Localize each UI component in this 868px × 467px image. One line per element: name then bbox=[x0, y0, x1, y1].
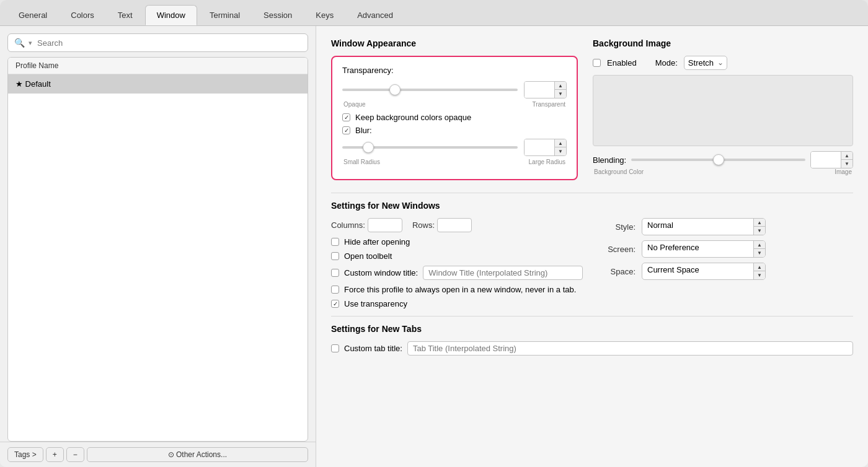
screen-label: Screen: bbox=[601, 245, 636, 254]
open-toolbelt-checkbox[interactable] bbox=[331, 252, 339, 260]
use-transparency-checkbox[interactable]: ✓ bbox=[331, 300, 339, 308]
custom-window-title-input[interactable] bbox=[423, 266, 583, 280]
tab-colors[interactable]: Colors bbox=[60, 6, 105, 25]
transparency-slider-track[interactable] bbox=[342, 89, 518, 91]
appearance-box: Transparency: 30 ▲ ▼ bbox=[331, 56, 578, 180]
custom-window-title-checkbox[interactable] bbox=[331, 269, 339, 277]
settings-new-windows-section: Settings for New Windows Columns: 80 Row… bbox=[331, 201, 853, 313]
use-transparency-row: ✓ Use transparency bbox=[331, 299, 583, 308]
blur-label-row: ✓ Blur: bbox=[342, 126, 567, 135]
open-toolbelt-row: Open toolbelt bbox=[331, 251, 583, 261]
blur-slider-track[interactable] bbox=[342, 146, 518, 149]
blur-label: Blur: bbox=[355, 126, 372, 135]
keep-bg-opaque-label: Keep background colors opaque bbox=[355, 113, 471, 122]
blending-stepper: 50 ▲ ▼ bbox=[810, 151, 853, 168]
bg-image-enabled-checkbox[interactable] bbox=[593, 59, 601, 67]
rows-label: Rows: bbox=[412, 220, 435, 230]
search-input[interactable] bbox=[37, 38, 301, 48]
settings-new-tabs-title: Settings for New Tabs bbox=[331, 324, 853, 334]
large-radius-label: Large Radius bbox=[529, 159, 565, 165]
keep-bg-opaque-checkbox[interactable]: ✓ bbox=[342, 113, 350, 121]
screen-down-button[interactable]: ▼ bbox=[754, 249, 765, 257]
blending-image-label: Image bbox=[835, 168, 852, 175]
space-down-button[interactable]: ▼ bbox=[754, 271, 765, 279]
style-label: Style: bbox=[601, 222, 636, 232]
profile-name: ★ Default bbox=[16, 79, 51, 89]
bg-image-preview bbox=[593, 75, 853, 146]
blending-value-input[interactable]: 50 bbox=[811, 152, 841, 168]
blur-value-input[interactable]: 10 bbox=[525, 139, 554, 155]
transparency-slider-row: 30 ▲ ▼ bbox=[342, 81, 567, 98]
force-new-window-checkbox[interactable] bbox=[331, 286, 339, 294]
screen-up-button[interactable]: ▲ bbox=[754, 241, 765, 249]
hide-after-opening-checkbox[interactable] bbox=[331, 238, 339, 246]
opaque-label: Opaque bbox=[343, 101, 366, 108]
tab-terminal[interactable]: Terminal bbox=[198, 6, 251, 25]
blending-increment-button[interactable]: ▲ bbox=[841, 152, 852, 160]
blur-increment-button[interactable]: ▲ bbox=[555, 139, 566, 147]
sidebar-toolbar: Tags > + − ⊙ Other Actions... bbox=[0, 442, 316, 467]
background-image-section: Background Image Enabled Mode: Stretch F… bbox=[593, 38, 853, 190]
rows-input[interactable]: 25 bbox=[437, 218, 472, 232]
custom-tab-title-checkbox[interactable] bbox=[331, 344, 339, 352]
space-stepper-btns: ▲ ▼ bbox=[753, 263, 765, 279]
tab-keys[interactable]: Keys bbox=[304, 6, 345, 25]
open-toolbelt-label: Open toolbelt bbox=[344, 251, 392, 261]
style-down-button[interactable]: ▼ bbox=[754, 227, 765, 235]
space-select: Current Space ▲ ▼ bbox=[642, 263, 766, 280]
search-chevron-icon: ▾ bbox=[29, 39, 32, 47]
transparency-slider-thumb[interactable] bbox=[389, 84, 401, 95]
search-bar-container: 🔍 ▾ bbox=[7, 33, 308, 52]
columns-rows-row: Columns: 80 Rows: 25 bbox=[331, 218, 583, 232]
style-up-button[interactable]: ▲ bbox=[754, 219, 765, 227]
tab-session[interactable]: Session bbox=[252, 6, 303, 25]
custom-tab-title-label: Custom tab title: bbox=[344, 344, 402, 353]
space-label: Space: bbox=[601, 267, 636, 276]
blending-slider-thumb[interactable] bbox=[713, 154, 724, 165]
bg-mode-select[interactable]: Stretch Fill Fit Center Tile bbox=[684, 56, 727, 70]
blur-slider-thumb[interactable] bbox=[363, 142, 374, 153]
settings-new-windows-title: Settings for New Windows bbox=[331, 201, 853, 211]
blur-checkbox[interactable]: ✓ bbox=[342, 126, 350, 134]
screen-row: Screen: No Preference ▲ ▼ bbox=[601, 240, 853, 258]
tab-text[interactable]: Text bbox=[107, 6, 144, 25]
tab-bar: General Colors Text Window Terminal Sess… bbox=[0, 0, 868, 26]
columns-label: Columns: bbox=[331, 220, 365, 230]
blur-slider-row: 10 ▲ ▼ bbox=[342, 139, 567, 156]
blending-stepper-btns: ▲ ▼ bbox=[841, 152, 852, 168]
transparency-value-input[interactable]: 30 bbox=[525, 82, 554, 98]
tags-button[interactable]: Tags > bbox=[7, 447, 43, 462]
tab-window[interactable]: Window bbox=[145, 5, 197, 25]
right-panel: Window Appearance Transparency: 30 ▲ bbox=[316, 26, 868, 467]
list-item[interactable]: ★ Default bbox=[8, 74, 308, 94]
upper-section: Window Appearance Transparency: 30 ▲ bbox=[331, 38, 853, 190]
blur-stepper: 10 ▲ ▼ bbox=[524, 139, 567, 156]
custom-window-title-row: Custom window title: bbox=[331, 266, 583, 280]
transparency-increment-button[interactable]: ▲ bbox=[555, 82, 566, 90]
custom-tab-title-input[interactable] bbox=[407, 341, 853, 356]
style-stepper-btns: ▲ ▼ bbox=[753, 219, 765, 235]
transparency-stepper-btns: ▲ ▼ bbox=[554, 82, 566, 98]
blending-bg-color-label: Background Color bbox=[594, 168, 644, 175]
blending-slider-track[interactable] bbox=[631, 159, 805, 161]
transparency-decrement-button[interactable]: ▼ bbox=[555, 90, 566, 98]
add-profile-button[interactable]: + bbox=[46, 447, 64, 462]
columns-input[interactable]: 80 bbox=[368, 218, 402, 232]
remove-profile-button[interactable]: − bbox=[66, 447, 84, 462]
tab-general[interactable]: General bbox=[7, 6, 58, 25]
keep-bg-opaque-row: ✓ Keep background colors opaque bbox=[342, 113, 567, 122]
style-row: Style: Normal ▲ ▼ bbox=[601, 218, 853, 235]
hide-after-opening-row: Hide after opening bbox=[331, 237, 583, 247]
transparent-label: Transparent bbox=[532, 101, 565, 108]
settings-new-windows-layout: Columns: 80 Rows: 25 Hide after opening bbox=[331, 218, 853, 313]
blending-decrement-button[interactable]: ▼ bbox=[841, 160, 852, 168]
screen-stepper-btns: ▲ ▼ bbox=[753, 241, 765, 257]
space-up-button[interactable]: ▲ bbox=[754, 263, 765, 271]
main-content: 🔍 ▾ Profile Name ★ Default Tags > + − ⊙ … bbox=[0, 26, 868, 467]
tab-advanced[interactable]: Advanced bbox=[346, 6, 404, 25]
other-actions-button[interactable]: ⊙ Other Actions... bbox=[87, 447, 308, 462]
app-window: General Colors Text Window Terminal Sess… bbox=[0, 0, 868, 467]
blur-decrement-button[interactable]: ▼ bbox=[555, 147, 566, 155]
force-new-window-row: Force this profile to always open in a n… bbox=[331, 285, 583, 294]
bg-mode-select-wrapper: Stretch Fill Fit Center Tile bbox=[684, 56, 727, 70]
